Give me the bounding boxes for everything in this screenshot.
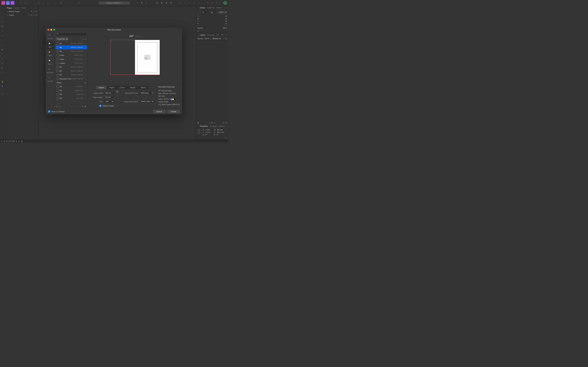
add-master-icon[interactable]: ⊞ [31, 10, 32, 12]
page-width-input[interactable] [104, 92, 114, 94]
preset-a6[interactable]: A6105 mm × 148 mm♡ [56, 49, 87, 53]
nav-recent[interactable]: 🕘Recent [46, 58, 54, 66]
preset-b5[interactable]: B5176 mm × 250 mm♡ [56, 73, 87, 77]
prefs-icon[interactable] [19, 1, 23, 5]
arrange-icon[interactable]: ◧ [140, 1, 143, 4]
preset-a4[interactable]: A4210 mm × 297 mm♡ [56, 42, 87, 45]
panel-menu-icon[interactable]: ☰ [225, 7, 227, 9]
heart-icon[interactable]: ♡ [85, 50, 86, 52]
heart-icon[interactable]: ♡ [85, 98, 86, 99]
preset-legal[interactable]: Legal8.5 in × 14 in♡ [56, 57, 87, 61]
y-value[interactable]: -3 mm [205, 131, 213, 133]
ellipse-tool-icon[interactable]: ○ [1, 39, 4, 42]
config-tab-margin[interactable]: Margin [128, 86, 138, 89]
pin-icon[interactable]: 📍 [59, 1, 63, 5]
pen-tool-icon[interactable]: ✎ [1, 30, 4, 33]
rounded-rect-tool-icon[interactable]: ▢ [1, 44, 4, 47]
config-tab-pages[interactable]: Pages [106, 86, 117, 89]
heart-icon[interactable]: ♡ [85, 90, 86, 91]
heart-icon[interactable]: ♡ [85, 93, 86, 95]
layers-opacity-value[interactable]: 100 % [204, 38, 209, 40]
layer-op-1-icon[interactable]: ▣ [156, 1, 159, 4]
rectangle-tool-icon[interactable]: ▭ [1, 34, 4, 38]
facing-pages-icon[interactable]: ▯▯ [136, 35, 138, 37]
page-counter[interactable]: 12,13 of 124 [6, 140, 15, 142]
preset-list[interactable]: A4210 mm × 297 mm♡A5148 mm × 210 mm♡A610… [55, 42, 88, 104]
preview-icon[interactable]: 👁 [77, 1, 80, 5]
default-master-checkbox[interactable] [99, 105, 101, 107]
portrait-orientation-icon[interactable]: ▯ [83, 38, 84, 40]
status-2-icon[interactable]: ● [211, 1, 214, 4]
eyedropper-icon[interactable]: ✎ [203, 11, 206, 13]
heart-icon[interactable]: ♡ [85, 58, 86, 60]
refresh-preview-icon[interactable]: ⟳ [139, 35, 141, 37]
snap-icon[interactable]: ▫ [64, 1, 67, 5]
zoom-tool-icon[interactable]: 🔍 [1, 85, 4, 88]
w-value[interactable]: 260 mm [217, 129, 225, 131]
lock-icon[interactable]: 🔒 [211, 11, 213, 13]
heart-icon[interactable]: ♡ [85, 86, 86, 87]
panel-drag-handle-icon[interactable]: ⦀ [197, 34, 198, 36]
r-value[interactable]: 0 ° [205, 134, 213, 136]
close-window-icon[interactable] [47, 29, 49, 31]
tab-stroke[interactable]: Stroke [216, 7, 222, 9]
preset-menu-icon[interactable]: ⇲ [58, 105, 60, 108]
fx-icon[interactable]: fx [214, 122, 215, 124]
preset-search-input[interactable] [56, 33, 87, 36]
heart-icon[interactable]: ♡ [85, 47, 86, 48]
layer-options-icon[interactable]: ◧ [225, 38, 227, 40]
tab-colour[interactable]: Colour [200, 7, 205, 9]
preset-b4[interactable]: B4250 mm × 353 mm♡ [56, 69, 87, 73]
minimize-window-icon[interactable] [50, 29, 52, 31]
preset-6r[interactable]: 6R6 in × 8 in♡ [56, 96, 87, 100]
distribute-1-icon[interactable]: ⫴ [179, 1, 182, 4]
config-tab-bleed[interactable]: Bleed [138, 86, 148, 89]
frame-text-tool-icon[interactable]: ▭ [1, 16, 4, 19]
tab-stock[interactable]: Stock [21, 7, 26, 9]
node-tool-icon[interactable]: ▷ [1, 12, 4, 15]
m-value[interactable]: 96 [225, 18, 227, 20]
status-3-icon[interactable]: ● [215, 1, 218, 4]
photo-persona-icon[interactable] [10, 1, 14, 5]
sync-icon[interactable] [24, 1, 27, 5]
next-page-icon[interactable]: ▶ [16, 140, 17, 142]
panel-menu-icon[interactable]: ☰ [226, 125, 228, 127]
image-placement-select[interactable]: Prefer Linked [139, 100, 154, 103]
x-value[interactable]: -3 mm [205, 129, 213, 131]
preset-category-select[interactable]: Press Ready [56, 37, 69, 41]
view-tool-icon[interactable]: ✋ [1, 81, 4, 84]
fill-stroke-swatch-icon[interactable]: ◯ [1, 93, 4, 96]
mask-icon[interactable]: ◻ [209, 122, 210, 124]
preset-4d[interactable]: 4D4.5 in × 6 in♡ [56, 88, 87, 92]
panel-drag-handle-icon[interactable]: ⦀ [197, 125, 198, 127]
add-preset-icon[interactable]: ⊞ [56, 105, 57, 108]
noise-icon[interactable]: ⊘ [197, 30, 199, 32]
doc-units-select[interactable]: Millimetres [139, 92, 154, 94]
toolbar-btn-1[interactable]: ▢ [37, 1, 40, 5]
place-image-tool-icon[interactable]: ⎘ [1, 53, 4, 56]
nav-account[interactable]: 👤Account [46, 33, 54, 41]
colour-picker-tool-icon[interactable]: ✐ [1, 71, 4, 74]
preset-ledger[interactable]: Ledger11 in × 17 in♡ [56, 61, 87, 65]
spread-view-icon[interactable]: ▦ [21, 140, 23, 142]
reset-preset-icon[interactable]: ⟲ [82, 105, 84, 108]
blend-mode-select[interactable]: Normal [212, 37, 221, 40]
delete-preset-icon[interactable]: 🗑 [85, 105, 87, 108]
picture-frame-tool-icon[interactable]: ▣ [1, 48, 4, 51]
panel-menu-icon[interactable]: ☰ [35, 7, 37, 9]
h-value[interactable]: 206.1 mm [217, 131, 225, 133]
tab-textstyles[interactable]: TSt [221, 34, 224, 36]
publisher-persona-icon[interactable] [1, 1, 5, 5]
heart-icon[interactable]: ♡ [85, 66, 86, 68]
duplicate-master-icon[interactable]: ⎘ [33, 10, 35, 12]
tab-assets[interactable]: Assets [14, 7, 19, 9]
tab-history[interactable]: History [219, 125, 225, 127]
distribute-3-icon[interactable]: ⫴ [188, 1, 191, 4]
opacity-value[interactable]: 100 % [223, 27, 227, 29]
designer-persona-icon[interactable] [6, 1, 10, 5]
delete-page-icon[interactable]: 🗑 [35, 14, 37, 16]
layer-op-2-icon[interactable]: ▣ [160, 1, 164, 4]
fill-colour-well[interactable] [197, 10, 201, 14]
last-page-icon[interactable]: ⏭ [18, 140, 20, 142]
tab-transform[interactable]: Transform [200, 125, 208, 127]
